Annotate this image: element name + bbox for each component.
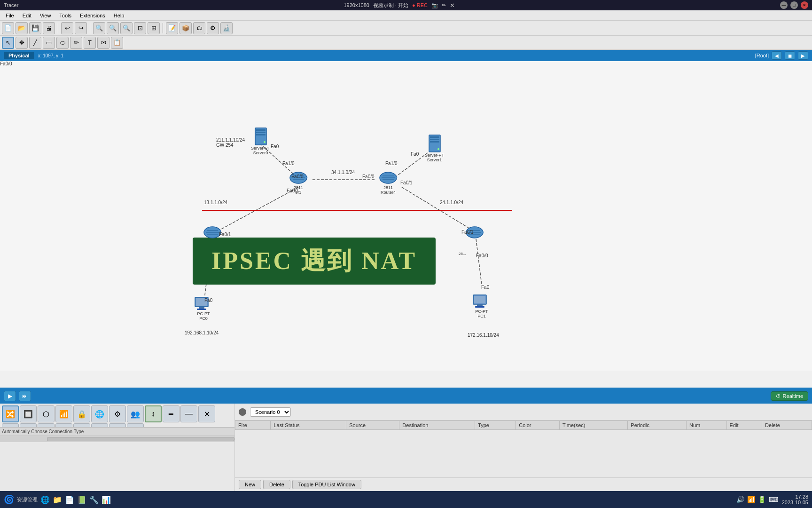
move-btn[interactable]: ✥ [16,37,28,49]
titlebar: Tracer 1920x1080 视频录制 · 开始 ● REC 📷 ✏ ✕ —… [0,0,812,10]
tab-btn-3[interactable]: ▶ [798,51,808,60]
draw-ellipse-btn[interactable]: ⬭ [56,37,69,49]
conn-auto[interactable]: ↕ [145,405,162,422]
menu-tools[interactable]: Tools [55,12,75,19]
tab-btn-1[interactable]: ◀ [772,51,782,60]
tray-icon-2[interactable]: 📶 [747,496,755,503]
tray-icon-4[interactable]: ⌨ [769,496,778,503]
taskbar-app2-icon[interactable]: 🔧 [89,495,99,504]
scrollbar-track[interactable] [47,437,234,441]
right-router-port-fa00: Fa0/0 [0,61,12,66]
tab-btn-2[interactable]: ◼ [785,51,795,60]
text-btn[interactable]: T [84,37,96,49]
delete-pdu-button[interactable]: Delete [263,480,290,489]
start-icon[interactable]: 🌀 [4,494,14,505]
fastforward-button[interactable]: ⏭ [19,391,31,401]
device-router4[interactable]: 2811Router4 [379,170,398,195]
svg-rect-14 [430,136,439,138]
device-pc1[interactable]: PC-PTPC1 [472,294,491,318]
menu-view[interactable]: View [36,12,55,19]
taskbar-browser-icon[interactable]: 🌐 [40,495,50,504]
col-fire: Fire [235,421,271,430]
category-multiuser[interactable]: 👥 [127,405,144,422]
minimize-button[interactable]: — [780,1,788,9]
canvas-area[interactable]: IPSEC 遇到 NAT Server-PTServer0 211.1.1.10… [0,61,812,371]
note-btn[interactable]: 📝 [166,22,178,34]
save-btn[interactable]: 💾 [29,22,41,34]
toggle-pdu-button[interactable]: Toggle PDU List Window [292,480,361,489]
col-source: Source [346,421,399,430]
viewport-btn[interactable]: ⊞ [148,22,160,34]
menu-edit[interactable]: Edit [19,12,35,19]
device-scrollbar[interactable] [0,436,234,442]
svg-point-12 [264,141,265,143]
draw-rect-btn[interactable]: ▭ [43,37,55,49]
note2-btn[interactable]: 📋 [111,37,123,49]
conn-cross[interactable]: ✕ [198,405,215,422]
col-type: Type [475,421,516,430]
category-hubs[interactable]: ⬡ [38,405,55,422]
category-switches[interactable]: 🔲 [20,405,37,422]
rec-button[interactable]: ● REC [412,2,428,8]
col-time: Time(sec) [560,421,628,430]
draw-pen-btn[interactable]: ✏ [70,37,82,49]
redo-btn[interactable]: ↪ [75,22,87,34]
fit-btn[interactable]: ⊡ [134,22,146,34]
menu-extensions[interactable]: Extensions [76,12,109,19]
maximize-button[interactable]: □ [790,1,798,9]
category-custom[interactable]: ⚙ [109,405,126,422]
right-router-port-fa01: Fa0/1 [461,230,474,235]
mail-btn[interactable]: ✉ [97,37,109,49]
scenario-select[interactable]: Scenario 0 Scenario 1 Scenario 2 [250,407,291,417]
scenario-panel: Scenario 0 Scenario 1 Scenario 2 Fire La… [235,404,812,491]
camera-icon[interactable]: 📷 [431,2,438,8]
tray-icon-1[interactable]: 🔊 [736,496,744,503]
tab-physical[interactable]: Physical [4,52,34,59]
edit-icon[interactable]: ✏ [442,2,446,8]
config-btn[interactable]: ⚙ [207,22,219,34]
play-button[interactable]: ▶ [4,391,16,401]
print-btn[interactable]: 🖨 [43,22,55,34]
category-security[interactable]: 🔒 [73,405,90,422]
svg-line-6 [476,239,482,285]
taskbar-folder-icon[interactable]: 📁 [53,495,62,504]
taskbar-files-icon[interactable]: 📄 [65,495,74,504]
category-wan[interactable]: 🌐 [91,405,108,422]
svg-point-17 [437,148,439,150]
select-btn[interactable]: ↖ [2,37,14,49]
server0-port: Fa0 [271,144,279,149]
undo-btn[interactable]: ↩ [61,22,73,34]
col-destination: Destination [399,421,475,430]
taskbar-app3-icon[interactable]: 📊 [102,495,111,504]
resolution-display: 1920x1080 [344,2,369,8]
device-server0[interactable]: Server-PTServer0 [251,127,270,155]
menu-help[interactable]: Help [110,12,128,19]
router4-port-fa00: Fa0/0 [362,174,375,179]
taskbar-app1-icon[interactable]: 📗 [77,495,86,504]
pkt-btn[interactable]: 📦 [180,22,192,34]
category-routers[interactable]: 🔀 [2,405,19,422]
draw-line-btn[interactable]: ╱ [29,37,41,49]
inspect-btn[interactable]: 🔬 [220,22,233,34]
recording-label: 视频录制 · 开始 [373,2,408,9]
category-wireless[interactable]: 📶 [55,405,72,422]
conn-straight[interactable]: — [180,405,197,422]
tab-left: Physical x: 1097, y: 1 [4,52,63,59]
zoom-btn[interactable]: 🔍 [107,22,119,34]
pdu-list-table: Fire Last Status Source Destination Type… [235,421,812,430]
new-pdu-button[interactable]: New [239,480,261,489]
custom-btn[interactable]: 🗂 [193,22,205,34]
zoom-in-btn[interactable]: 🔍 [93,22,105,34]
conn-console[interactable]: ━ [163,405,180,422]
tray-icon-3[interactable]: 🔋 [758,496,766,503]
close-button[interactable]: ✕ [801,1,808,9]
new-file-btn[interactable]: 📄 [2,22,14,34]
router3-port-fa00: Fa0/0 [291,174,304,179]
zoom-out-btn[interactable]: 🔍 [120,22,133,34]
device-server1[interactable]: Server-PTServer1 [425,134,444,162]
close-recording-btn[interactable]: ✕ [450,2,455,9]
realtime-button[interactable]: ⏱ Realtime [771,391,808,401]
open-btn[interactable]: 📂 [16,22,28,34]
menu-file[interactable]: File [2,12,18,19]
scenario-buttons: New Delete Toggle PDU List Window [235,477,812,491]
